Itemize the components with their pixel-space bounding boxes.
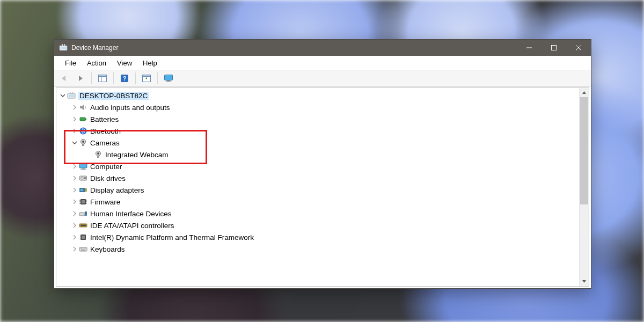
monitor-button[interactable] — [162, 71, 175, 85]
chevron-right-icon[interactable] — [71, 187, 78, 193]
tree-root[interactable]: DESKTOP-0BST82C — [56, 90, 579, 101]
svg-rect-15 — [165, 75, 173, 80]
tree-item-keyboards[interactable]: Keyboards — [56, 243, 579, 255]
svg-rect-22 — [80, 118, 85, 121]
chevron-down-icon[interactable] — [60, 92, 66, 99]
svg-rect-19 — [69, 94, 74, 97]
svg-rect-9 — [99, 75, 107, 77]
battery-icon — [79, 115, 87, 123]
toolbar-separator — [157, 72, 158, 84]
tree-item-hid[interactable]: Human Interface Devices — [56, 208, 579, 219]
svg-rect-5 — [552, 46, 557, 50]
chevron-right-icon[interactable] — [71, 104, 78, 111]
tree-item-label: Computer — [90, 163, 122, 171]
svg-rect-31 — [79, 163, 87, 168]
svg-rect-56 — [82, 248, 82, 249]
toolbar-separator — [135, 72, 136, 84]
tree-item-label: Batteries — [90, 115, 119, 123]
chevron-down-icon[interactable] — [71, 140, 78, 146]
tree-item-cameras[interactable]: Cameras — [56, 137, 579, 149]
svg-rect-41 — [82, 200, 85, 203]
device-manager-window: Device Manager File Action View Help ? — [54, 39, 591, 289]
toolbar: ? — [54, 70, 591, 87]
tree-item-label: Integrated Webcam — [105, 151, 169, 159]
svg-text:?: ? — [123, 75, 127, 82]
tree-item-disk-drives[interactable]: Disk drives — [56, 172, 579, 184]
svg-rect-30 — [97, 156, 99, 158]
forward-button[interactable] — [74, 71, 87, 85]
svg-rect-32 — [82, 169, 85, 170]
tree-item-label: Disk drives — [90, 174, 126, 182]
svg-rect-54 — [79, 247, 87, 251]
chevron-right-icon[interactable] — [71, 116, 78, 122]
menu-file[interactable]: File — [60, 57, 82, 69]
controller-icon — [79, 221, 87, 230]
svg-rect-2 — [62, 44, 63, 46]
camera-icon — [94, 150, 103, 159]
tree-item-audio[interactable]: Audio inputs and outputs — [56, 101, 579, 113]
close-button[interactable] — [566, 40, 591, 56]
tree-item-label: Human Interface Devices — [90, 210, 172, 218]
back-button[interactable] — [57, 71, 71, 85]
svg-rect-16 — [167, 80, 170, 82]
chevron-right-icon[interactable] — [71, 163, 78, 170]
menu-view[interactable]: View — [112, 57, 137, 69]
tree-item-computer[interactable]: Computer — [56, 160, 579, 172]
titlebar[interactable]: Device Manager — [54, 40, 591, 56]
tree-item-display-adapters[interactable]: Display adapters — [56, 184, 579, 196]
menu-action[interactable]: Action — [82, 57, 112, 69]
chevron-right-icon[interactable] — [71, 246, 78, 252]
tree-item-firmware[interactable]: Firmware — [56, 196, 579, 208]
svg-rect-48 — [79, 213, 85, 216]
svg-rect-14 — [143, 75, 151, 77]
chevron-right-icon[interactable] — [71, 222, 78, 229]
chevron-right-icon[interactable] — [71, 234, 78, 240]
tree-item-label: Firmware — [90, 198, 120, 206]
svg-rect-36 — [84, 177, 86, 179]
svg-rect-60 — [81, 250, 85, 250]
svg-rect-23 — [85, 119, 86, 120]
tree-item-label: Cameras — [90, 139, 120, 147]
vertical-scrollbar[interactable] — [579, 88, 589, 286]
hid-icon — [79, 209, 87, 218]
tree-item-label: IDE ATA/ATAPI controllers — [90, 222, 174, 230]
help-button[interactable]: ? — [118, 71, 131, 85]
show-hide-tree-button[interactable] — [96, 71, 109, 85]
tree-item-batteries[interactable]: Batteries — [56, 113, 579, 125]
chevron-right-icon[interactable] — [71, 210, 78, 217]
chip-icon — [79, 233, 87, 241]
svg-rect-33 — [80, 170, 86, 170]
device-tree[interactable]: DESKTOP-0BST82C Audio inputs and outputs… — [56, 88, 579, 286]
app-icon — [59, 43, 68, 52]
svg-rect-57 — [83, 248, 83, 249]
tree-item-intel-dptf[interactable]: Intel(R) Dynamic Platform and Thermal Fr… — [56, 231, 579, 243]
chevron-right-icon[interactable] — [71, 175, 78, 181]
tree-item-ide[interactable]: IDE ATA/ATAPI controllers — [56, 219, 579, 231]
disk-icon — [79, 174, 87, 182]
scroll-down-button[interactable] — [580, 277, 589, 286]
tree-item-label: Display adapters — [90, 186, 144, 194]
bluetooth-icon — [79, 127, 87, 135]
chevron-right-icon[interactable] — [71, 199, 78, 205]
tree-item-label: Bluetooth — [90, 127, 121, 135]
svg-rect-39 — [80, 189, 83, 191]
menu-help[interactable]: Help — [137, 57, 163, 69]
scroll-up-button[interactable] — [580, 88, 589, 97]
tree-item-integrated-webcam[interactable]: Integrated Webcam — [56, 149, 579, 160]
chevron-right-icon[interactable] — [71, 128, 78, 134]
scan-hardware-button[interactable] — [140, 71, 153, 85]
toolbar-separator — [91, 72, 92, 84]
camera-icon — [79, 138, 87, 147]
svg-rect-27 — [82, 144, 84, 146]
svg-point-29 — [97, 152, 99, 155]
maximize-button[interactable] — [541, 40, 566, 56]
scroll-thumb[interactable] — [580, 97, 588, 204]
svg-rect-20 — [70, 92, 71, 93]
tree-item-bluetooth[interactable]: Bluetooth — [56, 125, 579, 137]
svg-rect-53 — [82, 236, 85, 239]
computer-icon — [67, 91, 76, 100]
minimize-button[interactable] — [517, 40, 541, 56]
display-adapter-icon — [79, 186, 87, 194]
toolbar-separator — [113, 72, 114, 84]
svg-rect-49 — [85, 211, 87, 216]
